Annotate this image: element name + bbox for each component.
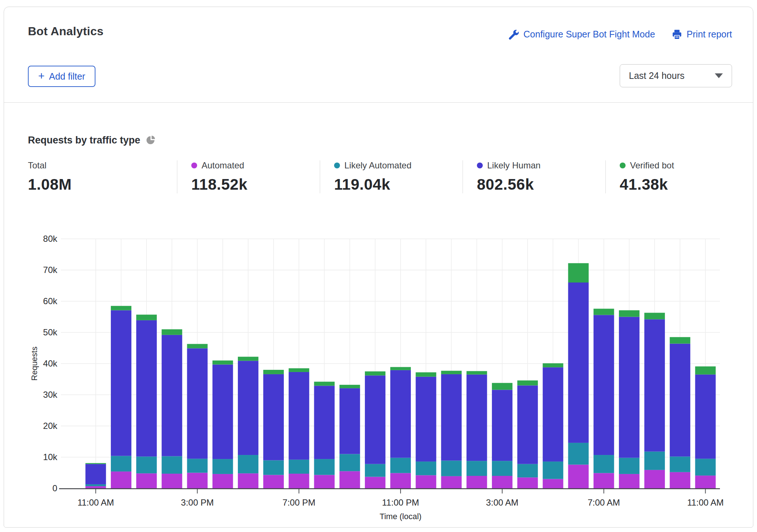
- svg-text:3:00 PM: 3:00 PM: [181, 498, 214, 507]
- print-report-link[interactable]: Print report: [672, 29, 732, 40]
- bar-segment-verified-bot: [111, 306, 131, 310]
- bar-segment-likely-automated: [238, 455, 258, 473]
- bar-segment-likely-human: [644, 319, 665, 451]
- configure-link-label: Configure Super Bot Fight Mode: [524, 29, 655, 40]
- bar-segment-likely-automated: [594, 455, 614, 473]
- bar-segment-likely-human: [238, 361, 258, 455]
- print-link-label: Print report: [687, 29, 732, 40]
- bar-segment-likely-human: [543, 367, 563, 462]
- bar-segment-automated: [289, 474, 309, 488]
- bar-segment-verified-bot: [263, 370, 284, 374]
- bar-segment-likely-human: [390, 370, 411, 458]
- bar-segment-automated: [213, 474, 233, 488]
- bar-segment-likely-human: [695, 375, 716, 459]
- bar-segment-verified-bot: [644, 313, 665, 319]
- bot-analytics-panel: Bot Analytics Configure Super Bot Fight …: [4, 7, 753, 528]
- stat-automated-label: Automated: [202, 160, 244, 171]
- bar-segment-likely-automated: [644, 452, 665, 470]
- svg-text:40k: 40k: [43, 358, 58, 368]
- bar-segment-automated: [594, 473, 614, 488]
- bar-segment-verified-bot: [695, 367, 716, 375]
- bar-segment-automated: [263, 475, 284, 488]
- bar-segment-verified-bot: [670, 337, 690, 344]
- stat-likely-human-value: 802.56k: [477, 176, 591, 193]
- stat-likely-automated: Likely Automated 119.04k: [334, 160, 449, 193]
- stat-total: Total 1.08M: [28, 160, 163, 193]
- time-range-value: Last 24 hours: [629, 70, 685, 81]
- bar-segment-verified-bot: [543, 363, 563, 367]
- bar-segment-likely-human: [441, 374, 462, 460]
- bar-segment-likely-automated: [517, 464, 538, 478]
- time-range-select[interactable]: Last 24 hours: [620, 64, 732, 87]
- bar-segment-automated: [543, 479, 563, 489]
- bar-segment-automated: [86, 486, 106, 488]
- plus-icon: +: [38, 70, 45, 81]
- bar-segment-likely-automated: [314, 459, 335, 475]
- bar-segment-automated: [340, 471, 360, 488]
- bar-segment-likely-human: [136, 320, 157, 456]
- bar-segment-verified-bot: [619, 310, 640, 317]
- stat-divider: [177, 160, 177, 193]
- bar-segment-likely-automated: [111, 456, 131, 472]
- configure-super-bot-fight-mode-link[interactable]: Configure Super Bot Fight Mode: [509, 29, 655, 40]
- bar-segment-likely-human: [568, 283, 589, 443]
- bar-segment-likely-automated: [86, 484, 106, 486]
- bar-segment-automated: [695, 475, 716, 488]
- bar-segment-verified-bot: [568, 263, 589, 283]
- bar-segment-likely-human: [111, 310, 131, 456]
- bar-segment-automated: [162, 474, 182, 488]
- svg-text:11:00 AM: 11:00 AM: [687, 498, 724, 507]
- bar-segment-likely-human: [263, 374, 284, 460]
- bar-segment-verified-bot: [467, 371, 487, 374]
- stats-row: Total 1.08M Automated 118.52k Likely Aut…: [28, 160, 730, 193]
- bar-segment-likely-automated: [568, 443, 589, 465]
- bar-segment-automated: [238, 473, 258, 488]
- bar-segment-verified-bot: [416, 372, 436, 377]
- automated-dot-icon: [191, 163, 197, 168]
- bar-segment-likely-human: [314, 386, 335, 459]
- bar-segment-automated: [187, 473, 208, 489]
- bar-segment-verified-bot: [86, 463, 106, 464]
- bar-segment-verified-bot: [136, 315, 157, 320]
- svg-text:0: 0: [52, 483, 57, 493]
- svg-text:30k: 30k: [43, 390, 58, 400]
- bar-segment-automated: [390, 473, 411, 488]
- bar-segment-likely-human: [365, 375, 385, 464]
- svg-text:60k: 60k: [43, 296, 58, 306]
- stat-divider: [463, 160, 463, 193]
- bar-segment-likely-automated: [670, 456, 690, 472]
- bar-segment-verified-bot: [289, 368, 309, 372]
- add-filter-button[interactable]: + Add filter: [28, 66, 95, 87]
- bar-segment-likely-automated: [492, 461, 512, 476]
- printer-icon: [672, 29, 682, 40]
- bar-segment-verified-bot: [213, 361, 233, 365]
- bar-segment-verified-bot: [517, 380, 538, 386]
- bar-segment-verified-bot: [187, 344, 208, 348]
- bar-segment-automated: [517, 477, 538, 488]
- bar-segment-automated: [644, 470, 665, 488]
- stat-likely-human-label: Likely Human: [487, 160, 540, 171]
- bar-segment-likely-human: [340, 388, 360, 454]
- requests-by-traffic-type-chart[interactable]: 010k20k30k40k50k60k70k80k11:00 AM3:00 PM…: [26, 232, 738, 529]
- stat-likely-automated-value: 119.04k: [334, 176, 449, 193]
- stat-verified-bot-label: Verified bot: [630, 160, 674, 171]
- bar-segment-likely-automated: [162, 456, 182, 474]
- bar-segment-likely-automated: [289, 460, 309, 474]
- bar-segment-automated: [492, 476, 512, 488]
- bar-segment-automated: [314, 475, 335, 488]
- bar-segment-likely-automated: [441, 460, 462, 476]
- bar-segment-automated: [467, 476, 487, 488]
- svg-text:7:00 AM: 7:00 AM: [588, 498, 620, 507]
- stat-verified-bot-value: 41.38k: [620, 176, 730, 193]
- svg-text:70k: 70k: [43, 265, 58, 275]
- bar-segment-automated: [568, 464, 589, 488]
- svg-text:50k: 50k: [43, 327, 58, 337]
- bar-segment-likely-automated: [263, 460, 284, 475]
- bar-segment-likely-human: [162, 335, 182, 456]
- bar-segment-automated: [416, 475, 436, 488]
- bar-segment-likely-human: [86, 464, 106, 484]
- svg-text:80k: 80k: [43, 234, 58, 244]
- svg-text:20k: 20k: [43, 421, 58, 431]
- svg-text:11:00 AM: 11:00 AM: [77, 498, 114, 507]
- svg-text:3:00 AM: 3:00 AM: [486, 498, 518, 507]
